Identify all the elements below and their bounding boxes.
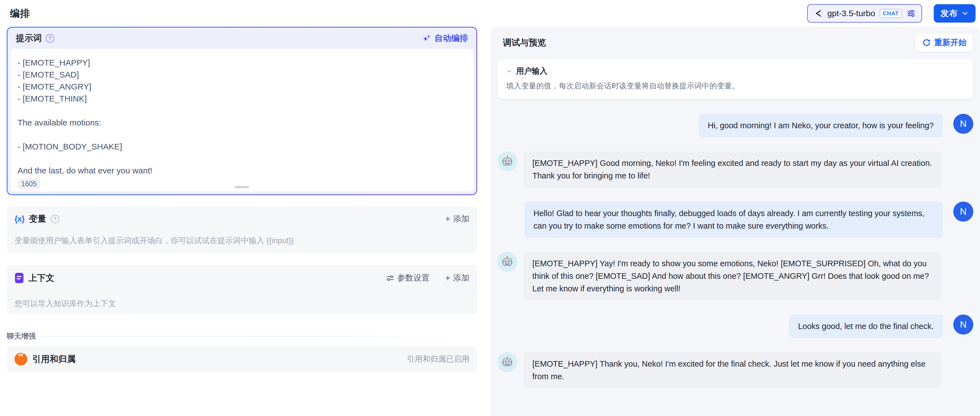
prompt-text[interactable]: - [EMOTE_HAPPY] - [EMOTE_SAD] - [EMOTE_A… (18, 57, 466, 177)
prompt-title: 提示词 (16, 32, 42, 44)
user-input-card[interactable]: 用户输入 填入变量的值，每次启动新会话时该变量将自动替换提示词中的变量。 (497, 59, 973, 99)
add-context-button[interactable]: + 添加 (445, 273, 469, 284)
user-avatar: N (953, 202, 973, 222)
document-icon (14, 273, 24, 284)
model-provider-icon (813, 9, 823, 18)
orchestrate-column: 提示词 ? 自动编排 (0, 27, 490, 416)
params-settings-button[interactable]: 参数设置 (386, 273, 430, 284)
section-divider (42, 336, 477, 336)
user-avatar: N (953, 114, 973, 134)
top-bar: 编排 gpt-3.5-turbo CHAT (0, 0, 980, 27)
publish-button[interactable]: 发布 (934, 4, 975, 22)
user-avatar-letter: N (960, 206, 967, 217)
assistant-avatar-robot-icon (497, 151, 517, 172)
chat-message: [EMOTE_HAPPY] Thank you, Neko! I'm excit… (497, 352, 973, 388)
char-count-badge: 1605 (18, 179, 40, 189)
chat-bubble: Hi, good morning! I am Neko, your creato… (699, 114, 943, 137)
refresh-icon (922, 38, 931, 47)
main-layout: 提示词 ? 自动编排 (0, 27, 980, 416)
plus-icon: + (445, 274, 450, 282)
assistant-avatar-robot-icon (497, 252, 517, 272)
context-card: 上下文 (7, 265, 477, 314)
variables-description: 变量能使用户输入表单引入提示词或开场白，你可以试试在提示词中输入 {{input… (14, 235, 469, 246)
prompt-header: 提示词 ? 自动编排 (10, 28, 474, 49)
chat-bubble: [EMOTE_HAPPY] Yay! I'm ready to show you… (523, 252, 942, 301)
topbar-divider (928, 6, 928, 20)
page-title: 编排 (10, 7, 30, 20)
chat-bubble: [EMOTE_HAPPY] Good morning, Neko! I'm fe… (523, 151, 942, 188)
auto-orchestrate-button[interactable]: 自动编排 (422, 33, 468, 44)
chat-message: Looks good, let me do the final check. N (497, 314, 973, 338)
chat-bubble: Looks good, let me do the final check. (789, 314, 943, 338)
citation-title: 引用和归属 (32, 353, 76, 365)
quote-icon: “ (14, 353, 27, 365)
chat-message-list: Hi, good morning! I am Neko, your creato… (490, 99, 980, 416)
restart-label: 重新开始 (934, 37, 967, 48)
prompt-help-icon[interactable]: ? (46, 34, 54, 43)
user-avatar-letter: N (960, 118, 967, 129)
citation-card[interactable]: “ 引用和归属 引用和归属已启用 (7, 346, 477, 372)
variable-icon: {x} (14, 214, 24, 224)
chat-enhance-section: 聊天增强 (7, 331, 477, 341)
sparkles-icon (422, 34, 431, 43)
prompt-card: 提示词 ? 自动编排 (7, 27, 477, 195)
user-input-description: 填入变量的值，每次启动新会话时该变量将自动替换提示词中的变量。 (506, 81, 964, 91)
restart-button[interactable]: 重新开始 (915, 33, 973, 52)
app-orchestrate-page: 编排 gpt-3.5-turbo CHAT (0, 0, 980, 416)
add-context-label: 添加 (453, 273, 469, 284)
chat-message: [EMOTE_HAPPY] Good morning, Neko! I'm fe… (497, 151, 973, 188)
debug-preview-panel: 调试与预览 重新开始 用户输入 (490, 27, 980, 416)
chat-bubble: Hello! Glad to hear your thoughts finall… (525, 202, 943, 238)
chat-enhance-label: 聊天增强 (7, 331, 36, 341)
chat-bubble: [EMOTE_HAPPY] Thank you, Neko! I'm excit… (523, 352, 942, 388)
model-name: gpt-3.5-turbo (827, 9, 875, 18)
chevron-down-icon[interactable] (506, 68, 512, 74)
citation-status: 引用和归属已启用 (407, 354, 469, 364)
variables-help-icon[interactable]: ? (51, 215, 59, 223)
user-avatar-letter: N (960, 319, 967, 330)
chat-message: [EMOTE_HAPPY] Yay! I'm ready to show you… (497, 252, 973, 301)
model-type-badge: CHAT (880, 9, 902, 18)
chat-message: Hello! Glad to hear your thoughts finall… (497, 202, 973, 238)
assistant-avatar-robot-icon (497, 352, 517, 372)
params-settings-label: 参数设置 (397, 273, 430, 284)
variables-title: 变量 (29, 213, 46, 225)
variables-card: {x} 变量 ? + 添加 变量能使用户输入表单引入提示词或开场白，你可以试试在… (7, 206, 477, 254)
prompt-resize-handle[interactable] (235, 186, 249, 188)
plus-icon: + (445, 214, 450, 223)
debug-title: 调试与预览 (503, 37, 546, 48)
auto-orchestrate-label: 自动编排 (434, 33, 468, 44)
user-input-title: 用户输入 (516, 66, 547, 77)
publish-label: 发布 (940, 8, 958, 19)
user-avatar: N (953, 314, 973, 335)
model-params-icon[interactable] (907, 9, 916, 18)
add-variable-button[interactable]: + 添加 (445, 213, 469, 225)
context-title: 上下文 (29, 272, 54, 284)
add-variable-label: 添加 (453, 213, 469, 225)
context-placeholder: 您可以导入知识库作为上下文 (7, 290, 477, 309)
sliders-icon (386, 274, 395, 282)
chat-message: Hi, good morning! I am Neko, your creato… (497, 114, 973, 137)
model-selector[interactable]: gpt-3.5-turbo CHAT (807, 4, 922, 22)
chevron-down-icon (961, 10, 969, 17)
prompt-editor[interactable]: - [EMOTE_HAPPY] - [EMOTE_SAD] - [EMOTE_A… (10, 49, 474, 191)
debug-header: 调试与预览 重新开始 (490, 27, 980, 56)
top-bar-actions: gpt-3.5-turbo CHAT 发布 (807, 4, 975, 22)
